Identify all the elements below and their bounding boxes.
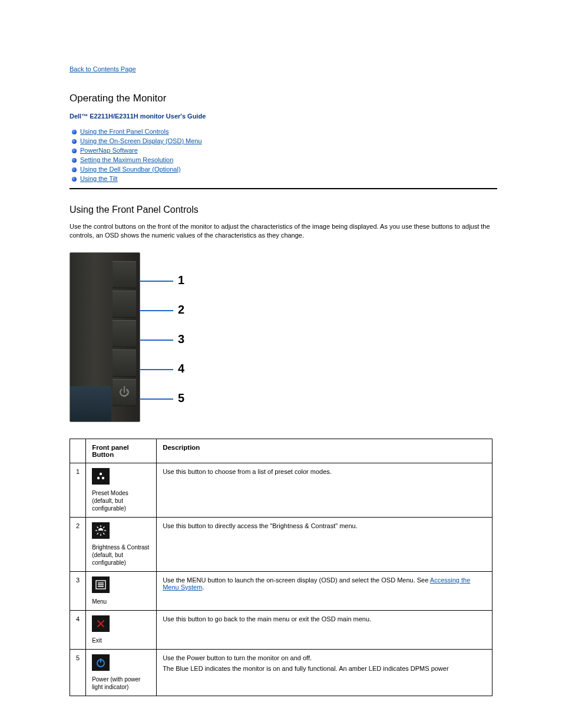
row-description: Use this button to choose from a list of… [157, 463, 492, 517]
row-description: Use the MENU button to launch the on-scr… [157, 571, 492, 610]
power-icon [92, 654, 110, 671]
toc-link-powernap[interactable]: PowerNap Software [80, 147, 138, 154]
preset-modes-icon [92, 468, 110, 485]
button-label: Brightness & Contrast (default, but conf… [92, 543, 150, 566]
svg-point-0 [100, 473, 102, 475]
button-label: Preset Modes (default, but configurable) [92, 489, 150, 512]
desc-text: Use the MENU button to launch the on-scr… [163, 577, 430, 584]
row-number: 3 [70, 571, 86, 610]
document-subtitle: Dell™ E2211H/E2311H monitor User's Guide [70, 113, 497, 120]
power-icon: ⏻ [119, 386, 130, 398]
button-label: Power (with power light indicator) [92, 676, 150, 691]
button-cell: Preset Modes (default, but configurable) [86, 463, 157, 517]
svg-point-1 [97, 477, 100, 479]
toc-link-front-panel[interactable]: Using the Front Panel Controls [80, 128, 168, 135]
monitor-front-panel-image: ⏻ [70, 252, 140, 422]
row-number: 1 [70, 463, 86, 517]
desc-text: . [202, 584, 204, 591]
svg-line-11 [103, 526, 104, 528]
section-heading-front-panel: Using the Front Panel Controls [70, 205, 497, 215]
brightness-contrast-icon [92, 522, 110, 539]
svg-line-10 [97, 533, 98, 534]
svg-point-2 [102, 477, 104, 479]
table-header-description: Description [157, 439, 492, 463]
row-number: 5 [70, 649, 86, 696]
diagram-label-2: 2 [178, 303, 184, 317]
toc-link-osd-menu[interactable]: Using the On-Screen Display (OSD) Menu [80, 137, 202, 144]
table-row: 1 Preset Modes (default, but configurabl… [70, 463, 492, 517]
table-row: 3 Menu Use the MENU button to launch the… [70, 571, 492, 610]
diagram-label-5: 5 [178, 391, 184, 405]
panel-button-1 [113, 261, 136, 288]
section-paragraph: Use the control buttons on the front of … [70, 222, 497, 241]
diagram-label-4: 4 [178, 362, 184, 375]
row-description: Use this button to directly access the "… [157, 517, 492, 571]
svg-line-9 [103, 533, 104, 534]
menu-icon [92, 577, 110, 593]
front-panel-buttons-table: Front panel Button Description 1 Preset … [70, 439, 492, 696]
table-header-button: Front panel Button [86, 439, 157, 463]
divider [70, 188, 497, 189]
row-description: Use this button to go back to the main m… [157, 610, 492, 649]
row-description: Use the Power button to turn the monitor… [157, 649, 492, 696]
table-row: 2 Brightness & Contrast (default, but co… [70, 517, 492, 571]
table-row: 5 Power (with power light indicator) Use… [70, 649, 492, 696]
toc-link-soundbar[interactable]: Using the Dell Soundbar (Optional) [80, 166, 181, 173]
svg-line-8 [97, 526, 98, 528]
button-label: Exit [92, 637, 150, 644]
button-cell: Power (with power light indicator) [86, 649, 157, 696]
page-title: Operating the Monitor [70, 93, 497, 104]
row-number: 4 [70, 610, 86, 649]
toc-link-max-resolution[interactable]: Setting the Maximum Resolution [80, 156, 173, 163]
panel-button-2 [113, 291, 136, 318]
table-row: 4 Exit Use this button to go back to the… [70, 610, 492, 649]
button-cell: Exit [86, 610, 157, 649]
row-number: 2 [70, 517, 86, 571]
back-to-contents-link[interactable]: Back to Contents Page [70, 65, 136, 73]
button-label: Menu [92, 598, 150, 605]
button-cell: Brightness & Contrast (default, but conf… [86, 517, 157, 571]
diagram-label-3: 3 [178, 332, 184, 346]
toc-link-tilt[interactable]: Using the Tilt [80, 175, 118, 182]
panel-button-4 [113, 350, 136, 377]
button-cell: Menu [86, 571, 157, 610]
table-of-contents: Using the Front Panel Controls Using the… [70, 128, 497, 182]
panel-button-3 [113, 320, 136, 347]
diagram-label-1: 1 [178, 274, 184, 287]
panel-button-5: ⏻ [113, 379, 136, 406]
front-panel-diagram: ⏻ 1 2 3 4 5 [70, 252, 186, 422]
exit-icon [92, 615, 110, 632]
table-header-blank [70, 439, 86, 463]
